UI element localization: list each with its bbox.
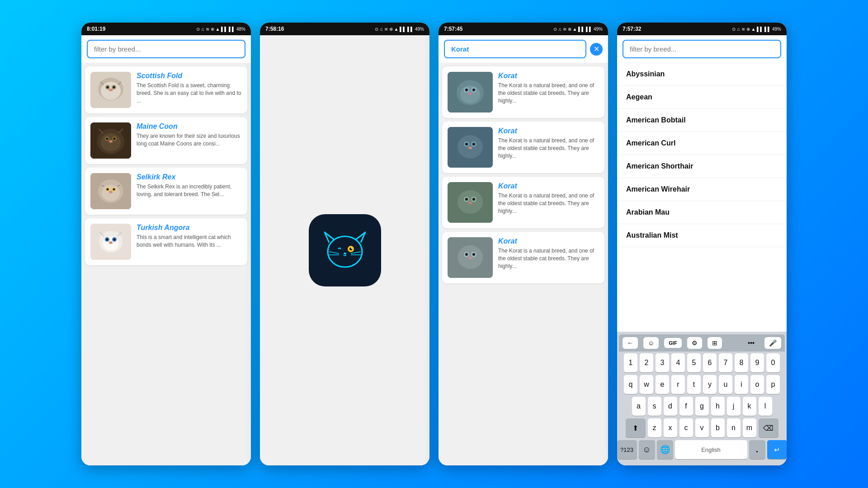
svg-point-7 (108, 89, 113, 91)
kb-key-d[interactable]: d (664, 397, 677, 416)
kb-key-v[interactable]: v (695, 418, 709, 437)
result-card-0[interactable]: Korat The Korat is a natural breed, and … (442, 66, 604, 118)
kb-translate-button[interactable]: ⊞ (708, 337, 722, 349)
cat-card-scottish[interactable]: Scottish Fold The Scottish Fold is a swe… (85, 66, 247, 113)
kb-key-t[interactable]: t (687, 375, 701, 394)
kb-key-s[interactable]: s (648, 397, 661, 416)
kb-emoji-toolbar-button[interactable]: ☺ (643, 337, 659, 349)
kb-key-l[interactable]: l (759, 397, 772, 416)
svg-point-29 (106, 239, 108, 241)
breed-item-arabian-mau[interactable]: Arabian Mau (617, 201, 787, 224)
breed-item-american-curl[interactable]: American Curl (617, 132, 787, 155)
kb-gif-button[interactable]: GIF (664, 338, 681, 348)
kb-emoji-key[interactable]: ☺ (639, 440, 655, 459)
screen4-search-bar-container (617, 35, 787, 63)
kb-space-key[interactable]: English (675, 440, 747, 459)
kb-mic-button[interactable]: 🎤 (764, 337, 781, 349)
kb-key-8[interactable]: 8 (735, 353, 748, 372)
kb-key-y[interactable]: y (703, 375, 717, 394)
kb-key-b[interactable]: b (711, 418, 725, 437)
result-card-3[interactable]: Korat The Korat is a natural breed, and … (442, 232, 604, 283)
cat-image-turkish (90, 224, 131, 260)
cat-card-turkish[interactable]: Turkish Angora This is a smart and intel… (85, 218, 247, 265)
kb-numsym-key[interactable]: ?123 (617, 440, 637, 459)
result-name-0: Korat (498, 72, 599, 80)
svg-point-31 (109, 241, 113, 244)
svg-point-54 (472, 143, 475, 145)
cat-info-selkirk: Selkirk Rex The Selkirk Rex is an incred… (137, 173, 242, 198)
screen3-status-bar: 7:57:45 ⊙ ♫ ≋ ⊕ ▲ ▌▌ ▌▌ 49% (439, 23, 608, 35)
kb-key-g[interactable]: g (695, 397, 709, 416)
kb-key-9[interactable]: 9 (750, 353, 764, 372)
kb-key-c[interactable]: c (679, 418, 693, 437)
kb-settings-button[interactable]: ⚙ (687, 337, 702, 349)
search-input-active[interactable] (444, 40, 586, 58)
kb-globe-key[interactable]: 🌐 (657, 440, 673, 459)
kb-key-2[interactable]: 2 (640, 353, 653, 372)
breed-item-abyssinian[interactable]: Abyssinian (617, 63, 787, 86)
kb-key-p[interactable]: p (766, 375, 780, 394)
svg-point-68 (472, 253, 475, 256)
breed-item-american-wirehair[interactable]: American Wirehair (617, 178, 787, 201)
search-bar-container (81, 35, 251, 63)
kb-key-0[interactable]: 0 (766, 353, 780, 372)
screen2-phone: 7:58:16 ⊙ ♫ ≋ ⊕ ▲ ▌▌ ▌▌ 49% (260, 23, 429, 465)
svg-point-15 (109, 140, 113, 143)
result-card-2[interactable]: Korat The Korat is a natural breed, and … (442, 177, 604, 228)
screen4-status-icons: ⊙ ♫ ≋ ⊕ ▲ ▌▌ ▌▌ 49% (732, 27, 781, 32)
result-card-1[interactable]: Korat The Korat is a natural breed, and … (442, 122, 604, 173)
screen2-status-icons: ⊙ ♫ ≋ ⊕ ▲ ▌▌ ▌▌ 49% (375, 27, 424, 32)
cat-card-maine[interactable]: Maine Coon They are known for their size… (85, 117, 247, 164)
kb-key-k[interactable]: k (743, 397, 756, 416)
svg-point-48 (468, 92, 472, 95)
kb-key-q[interactable]: q (624, 375, 637, 394)
kb-key-7[interactable]: 7 (719, 353, 732, 372)
kb-key-z[interactable]: z (648, 418, 661, 437)
svg-point-30 (113, 239, 116, 241)
result-name-2: Korat (498, 182, 599, 190)
kb-key-n[interactable]: n (727, 418, 741, 437)
kb-key-a[interactable]: a (632, 397, 646, 416)
kb-key-f[interactable]: f (679, 397, 693, 416)
kb-enter-key[interactable]: ↵ (767, 440, 787, 459)
clear-button[interactable]: ✕ (590, 43, 603, 56)
kb-key-h[interactable]: h (711, 397, 725, 416)
kb-back-button[interactable]: ← (623, 337, 638, 349)
kb-key-o[interactable]: o (750, 375, 764, 394)
screen1-time: 8:01:19 (87, 26, 105, 32)
kb-more-button[interactable]: ••• (743, 337, 759, 349)
kb-period-key[interactable]: . (749, 440, 765, 459)
cat-image-maine (90, 122, 131, 159)
kb-key-1[interactable]: 1 (624, 353, 637, 372)
breed-item-american-shorthair[interactable]: American Shorthair (617, 155, 787, 178)
breed-item-aegean[interactable]: Aegean (617, 86, 787, 109)
screen4-search-input[interactable] (623, 40, 781, 58)
breed-item-american-bobtail[interactable]: American Bobtail (617, 109, 787, 132)
kb-key-u[interactable]: u (719, 375, 732, 394)
kb-key-3[interactable]: 3 (656, 353, 669, 372)
kb-key-4[interactable]: 4 (671, 353, 685, 372)
svg-point-60 (465, 198, 468, 201)
result-info-1: Korat The Korat is a natural breed, and … (498, 127, 599, 160)
svg-point-61 (472, 198, 475, 201)
kb-backspace-key[interactable]: ⌫ (759, 418, 778, 437)
search-input[interactable] (87, 40, 245, 58)
kb-key-5[interactable]: 5 (687, 353, 701, 372)
svg-point-6 (113, 86, 115, 89)
kb-key-m[interactable]: m (743, 418, 756, 437)
kb-key-x[interactable]: x (664, 418, 677, 437)
screen2-status-bar: 7:58:16 ⊙ ♫ ≋ ⊕ ▲ ▌▌ ▌▌ 49% (260, 23, 429, 35)
results-list: Korat The Korat is a natural breed, and … (439, 63, 608, 465)
kb-key-e[interactable]: e (656, 375, 669, 394)
breed-item-australian-mist[interactable]: Australian Mist (617, 224, 787, 247)
app-logo-svg (320, 225, 370, 275)
kb-key-j[interactable]: j (727, 397, 741, 416)
kb-key-w[interactable]: w (640, 375, 653, 394)
kb-key-i[interactable]: i (735, 375, 748, 394)
kb-key-6[interactable]: 6 (703, 353, 717, 372)
cat-desc-turkish: This is a smart and intelligent cat whic… (137, 234, 242, 249)
kb-key-r[interactable]: r (671, 375, 685, 394)
svg-point-36 (344, 253, 346, 254)
kb-shift-key[interactable]: ⬆ (626, 418, 646, 437)
cat-card-selkirk[interactable]: Selkirk Rex The Selkirk Rex is an incred… (85, 168, 247, 215)
